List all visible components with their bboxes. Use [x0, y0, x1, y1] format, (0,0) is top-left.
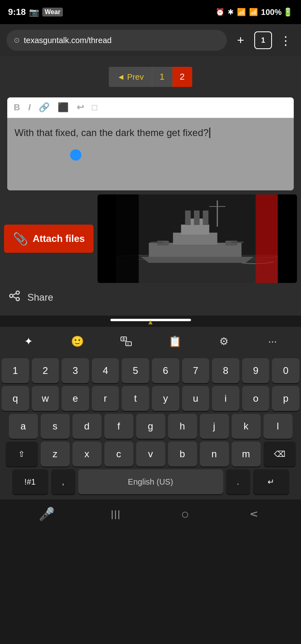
wear-icon: Wear [42, 8, 63, 17]
asdf-row: a s d f g h j k l [2, 414, 299, 439]
key-1[interactable]: 1 [2, 358, 29, 383]
key-5[interactable]: 5 [122, 358, 149, 383]
editor-container: B I 🔗 ⬛ ↩ □ With that fixed, can the dar… [7, 97, 294, 190]
swipe-bar-container: ▲ [0, 316, 301, 323]
keyboard-settings-button[interactable]: ⚙ [210, 329, 237, 353]
key-l[interactable]: l [264, 414, 293, 439]
symbols-key[interactable]: !#1 [12, 469, 48, 494]
key-u[interactable]: u [182, 386, 210, 411]
svg-rect-12 [226, 241, 238, 246]
svg-rect-4 [181, 225, 210, 235]
page-2-button[interactable]: 2 [172, 67, 192, 87]
key-e[interactable]: e [62, 386, 89, 411]
status-bar: 9:18 📷 Wear ⏰ ✱ 📶 📶 100% 🔋 [0, 0, 301, 24]
cursor-handle [70, 145, 82, 160]
key-d[interactable]: d [73, 414, 102, 439]
link-button[interactable]: 🔗 [39, 102, 50, 113]
keyboard-more-button[interactable]: ··· [259, 329, 286, 353]
attach-files-button[interactable]: 📎 Attach files [4, 225, 93, 253]
key-w[interactable]: w [32, 386, 59, 411]
recent-apps-button[interactable]: ||| [104, 502, 128, 526]
key-4[interactable]: 4 [92, 358, 119, 383]
key-x[interactable]: x [73, 442, 102, 466]
key-7[interactable]: 7 [182, 358, 210, 383]
translate-button[interactable]: A [113, 329, 139, 353]
image-button[interactable]: ⬛ [58, 102, 69, 113]
key-v[interactable]: v [136, 442, 165, 466]
key-q[interactable]: q [2, 386, 29, 411]
status-left: 9:18 📷 Wear [8, 7, 63, 17]
emoji-button[interactable]: 🙂 [64, 329, 91, 353]
alarm-icon: ⏰ [216, 8, 224, 17]
keyboard: 1 2 3 4 5 6 7 8 9 0 q w e r t y u i o p … [0, 356, 301, 500]
bold-button[interactable]: B [14, 102, 20, 113]
backspace-key[interactable]: ⌫ [264, 442, 296, 466]
menu-button[interactable]: ⋮ [277, 31, 295, 49]
page-1-button[interactable]: 1 [152, 67, 172, 87]
share-row[interactable]: Share [0, 283, 301, 312]
svg-rect-15 [117, 194, 139, 283]
share-label: Share [27, 292, 53, 303]
key-8[interactable]: 8 [212, 358, 239, 383]
key-s[interactable]: s [41, 414, 70, 439]
key-a[interactable]: a [9, 414, 38, 439]
key-p[interactable]: p [272, 386, 299, 411]
status-right: ⏰ ✱ 📶 📶 100% 🔋 [216, 7, 293, 17]
zxc-row: ⇧ z x c v b n m ⌫ [2, 442, 299, 466]
editor-toolbar: B I 🔗 ⬛ ↩ □ [7, 97, 294, 118]
shift-key[interactable]: ⇧ [6, 442, 38, 466]
italic-button[interactable]: I [28, 102, 31, 113]
key-6[interactable]: 6 [152, 358, 179, 383]
text-cursor [209, 128, 210, 138]
comma-key[interactable]: , [51, 469, 75, 494]
prev-page-button[interactable]: ◄ Prev [109, 67, 152, 87]
more-button[interactable]: □ [92, 102, 97, 113]
key-y[interactable]: y [152, 386, 179, 411]
clipboard-button[interactable]: 📋 [162, 329, 188, 353]
key-f[interactable]: f [104, 414, 133, 439]
key-2[interactable]: 2 [32, 358, 59, 383]
url-bar[interactable]: ⊙ texasguntalk.com/thread [6, 30, 227, 51]
svg-rect-6 [185, 211, 191, 225]
key-0[interactable]: 0 [272, 358, 299, 383]
key-n[interactable]: n [200, 442, 229, 466]
key-3[interactable]: 3 [62, 358, 89, 383]
url-text: texasguntalk.com/thread [24, 36, 112, 45]
microphone-button[interactable]: 🎤 [35, 502, 59, 526]
key-m[interactable]: m [232, 442, 261, 466]
svg-text:A: A [127, 342, 129, 346]
ai-suggestions-button[interactable]: ✦ [15, 329, 42, 353]
ship-image [98, 194, 297, 283]
enter-key[interactable]: ↵ [253, 469, 289, 494]
svg-rect-7 [194, 211, 200, 225]
home-button[interactable]: ○ [173, 502, 197, 526]
key-k[interactable]: k [232, 414, 261, 439]
svg-line-21 [13, 297, 16, 298]
undo-button[interactable]: ↩ [77, 102, 84, 113]
key-i[interactable]: i [212, 386, 239, 411]
key-g[interactable]: g [136, 414, 165, 439]
tab-count-button[interactable]: 1 [254, 31, 272, 49]
bluetooth-icon: ✱ [228, 8, 234, 17]
period-key[interactable]: . [226, 469, 250, 494]
space-key[interactable]: English (US) [78, 469, 223, 494]
key-c[interactable]: c [104, 442, 133, 466]
key-t[interactable]: t [122, 386, 149, 411]
editor-body[interactable]: With that fixed, can the dark theme get … [7, 118, 294, 190]
key-h[interactable]: h [168, 414, 197, 439]
key-o[interactable]: o [242, 386, 270, 411]
wifi-icon: 📶 [237, 8, 246, 17]
key-z[interactable]: z [41, 442, 70, 466]
back-button[interactable]: ∨ [242, 502, 266, 526]
svg-rect-11 [157, 241, 169, 246]
svg-rect-8 [203, 211, 209, 225]
pagination: ◄ Prev 1 2 [0, 60, 301, 93]
key-j[interactable]: j [200, 414, 229, 439]
key-r[interactable]: r [92, 386, 119, 411]
key-9[interactable]: 9 [242, 358, 270, 383]
back-icon: ∨ [248, 510, 261, 518]
svg-point-17 [16, 291, 19, 294]
key-b[interactable]: b [168, 442, 197, 466]
number-row: 1 2 3 4 5 6 7 8 9 0 [2, 358, 299, 383]
new-tab-button[interactable]: + [232, 31, 249, 49]
